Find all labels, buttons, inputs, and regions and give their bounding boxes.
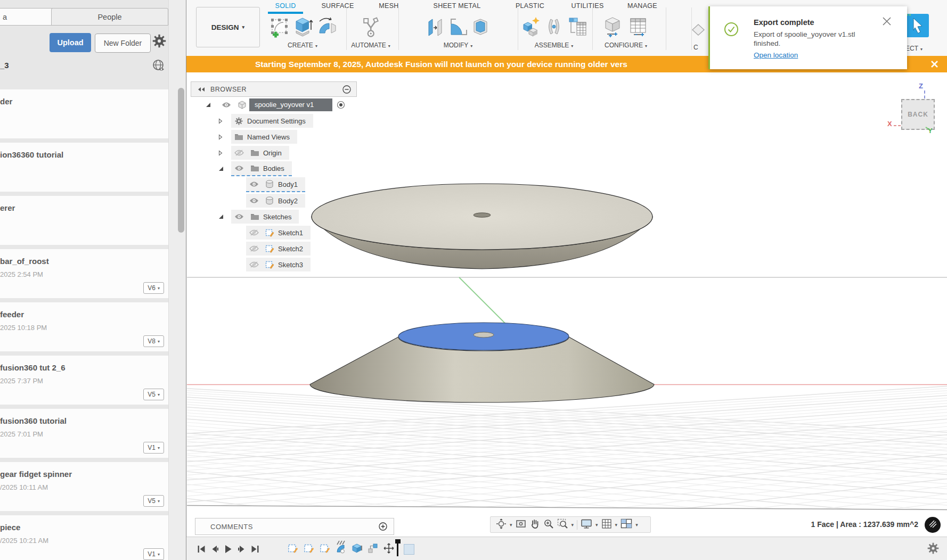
configure-menu[interactable]: CONFIGURE	[602, 42, 650, 49]
version-badge[interactable]: V5	[143, 495, 164, 507]
timeline-position-marker[interactable]	[395, 539, 402, 557]
expand-arrow-icon[interactable]	[218, 118, 231, 124]
press-pull-icon[interactable]	[425, 15, 445, 40]
grid-settings-icon[interactable]	[601, 518, 612, 531]
timeline-sketch3-icon[interactable]	[320, 543, 330, 556]
tab-manage[interactable]: MANAGE	[627, 2, 657, 10]
version-badge[interactable]: V5	[143, 389, 164, 400]
shell-icon[interactable]	[470, 15, 491, 40]
tree-item[interactable]: Sketches	[231, 210, 299, 224]
tree-item[interactable]: Sketch1	[246, 226, 311, 240]
body1-center-hole[interactable]	[474, 213, 491, 217]
viewcube-face-label[interactable]: BACK	[908, 111, 928, 118]
tree-row-body1[interactable]: Body1	[191, 178, 366, 192]
sidebar-scrollbar-track[interactable]	[168, 0, 187, 560]
grid-caret-icon[interactable]: ▾	[615, 522, 618, 528]
tree-item[interactable]: Origin	[231, 146, 289, 160]
timeline-move-icon[interactable]	[383, 543, 394, 556]
eye-hidden-icon[interactable]	[231, 150, 247, 156]
construct-menu[interactable]: C	[693, 44, 698, 51]
eye-visible-icon[interactable]	[246, 181, 262, 187]
zoom-window-icon[interactable]	[557, 518, 568, 531]
pan-icon[interactable]	[529, 518, 540, 531]
tree-item[interactable]: Body2	[246, 194, 305, 208]
timeline-sketch2-icon[interactable]	[304, 543, 314, 556]
joint-icon[interactable]	[544, 15, 564, 40]
file-card[interactable]: fusion360 tut 2_62025 7:37 PMV5	[0, 356, 168, 405]
zoom-icon[interactable]	[543, 518, 554, 531]
automate-icon[interactable]	[360, 15, 381, 40]
eye-visible-icon[interactable]	[231, 165, 247, 171]
orbit-icon[interactable]	[496, 518, 507, 531]
modify-menu[interactable]: MODIFY	[425, 42, 491, 49]
tree-row-root-component[interactable]: spoolie_yoyover v1	[191, 98, 366, 112]
viewports-icon[interactable]	[621, 518, 632, 531]
upload-button[interactable]: Upload	[50, 33, 91, 52]
configure-component-icon[interactable]	[602, 15, 624, 40]
tree-row-document-settings[interactable]: Document Settings	[191, 114, 366, 128]
tab-solid[interactable]: SOLID	[275, 2, 296, 10]
select-menu[interactable]: ECT	[905, 45, 922, 52]
file-card[interactable]: der	[0, 89, 168, 138]
tree-row-sketch1[interactable]: Sketch1	[191, 226, 366, 240]
tab-sheet-metal[interactable]: SHEET METAL	[434, 2, 481, 10]
collapse-arrow-icon[interactable]	[218, 214, 231, 219]
tab-people[interactable]: People	[51, 8, 168, 26]
banner-close-icon[interactable]	[930, 60, 938, 70]
add-comment-icon[interactable]	[379, 522, 387, 531]
tree-item[interactable]: Named Views	[231, 130, 297, 144]
tree-row-body2[interactable]: Body2	[191, 194, 366, 208]
timeline-suppressed-feature[interactable]	[404, 544, 414, 555]
version-badge[interactable]: V8	[143, 335, 164, 347]
tab-utilities[interactable]: UTILITIES	[571, 2, 603, 10]
go-to-end-icon[interactable]	[251, 545, 259, 555]
tree-row-sketch3[interactable]: Sketch3	[191, 258, 366, 271]
orbit-caret-icon[interactable]: ▾	[510, 522, 512, 528]
step-back-icon[interactable]	[211, 545, 219, 555]
look-at-icon[interactable]	[516, 519, 526, 531]
tab-data[interactable]: a	[0, 8, 59, 26]
timeline-sketch1-icon[interactable]	[288, 543, 298, 556]
file-card[interactable]: ion36360 tutorial	[0, 143, 168, 192]
fillet-icon[interactable]	[447, 15, 468, 40]
collapse-arrow-icon[interactable]	[206, 102, 218, 108]
tree-row-sketches[interactable]: Sketches	[191, 210, 366, 224]
activate-component-radio[interactable]	[337, 101, 345, 109]
bom-table-icon[interactable]	[566, 15, 589, 40]
tree-row-origin[interactable]: Origin	[191, 146, 366, 160]
eye-visible-icon[interactable]	[246, 197, 262, 204]
tree-item[interactable]: Bodies	[231, 161, 292, 176]
notification-close-icon[interactable]	[881, 16, 892, 29]
eye-visible-icon[interactable]	[231, 213, 247, 220]
extrude-icon[interactable]	[292, 15, 313, 40]
play-icon[interactable]	[224, 545, 232, 556]
tree-item[interactable]: Sketch3	[246, 258, 311, 271]
workspace-selector[interactable]: DESIGN	[196, 7, 260, 47]
tree-item[interactable]: Body1	[246, 177, 305, 192]
viewports-caret-icon[interactable]: ▾	[635, 522, 638, 528]
public-visibility-icon[interactable]	[151, 59, 166, 76]
viewcube[interactable]: BACK	[901, 99, 935, 130]
go-to-start-icon[interactable]	[197, 545, 206, 555]
eye-hidden-icon[interactable]	[246, 229, 262, 236]
file-card[interactable]: fusion360 tutorial2025 7:01 PMV1	[0, 409, 168, 458]
new-folder-button[interactable]: New Folder	[95, 34, 151, 53]
configure-table-icon[interactable]	[626, 15, 650, 40]
version-badge[interactable]: V1	[143, 548, 164, 560]
timeline-extrude-icon[interactable]	[352, 543, 362, 556]
tree-row-bodies[interactable]: Bodies	[191, 162, 366, 176]
browser-panel-header[interactable]: BROWSER	[191, 81, 357, 97]
step-forward-icon[interactable]	[238, 545, 246, 555]
comments-bar[interactable]: COMMENTS	[195, 518, 394, 535]
expand-arrow-icon[interactable]	[218, 150, 231, 156]
create-menu[interactable]: CREATE	[268, 42, 337, 49]
create-sketch-icon[interactable]	[268, 15, 290, 40]
tree-item[interactable]: Sketch2	[246, 242, 311, 256]
status-badge[interactable]	[925, 517, 941, 533]
expand-arrow-icon[interactable]	[218, 134, 231, 140]
timeline-settings-gear-icon[interactable]	[927, 542, 939, 556]
file-card[interactable]: piece/2025 10:21 AMV1	[0, 515, 168, 560]
root-component-label[interactable]: spoolie_yoyover v1	[249, 98, 332, 111]
collapse-panel-icon[interactable]	[198, 87, 205, 92]
tab-mesh[interactable]: MESH	[379, 2, 398, 10]
